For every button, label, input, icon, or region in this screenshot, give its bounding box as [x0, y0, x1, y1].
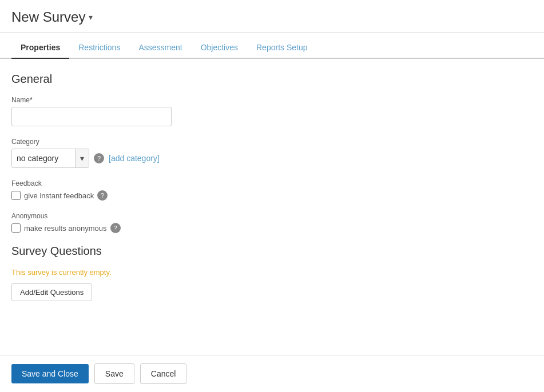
category-help-icon[interactable]: ? [94, 153, 104, 163]
anonymous-checkbox-row: make results anonymous ? [11, 223, 533, 233]
tab-assessment[interactable]: Assessment [129, 37, 191, 59]
category-row: no category ▾ ? [add category] [11, 149, 533, 168]
feedback-checkbox-row: give instant feedback ? [11, 190, 533, 201]
tab-reports-setup[interactable]: Reports Setup [247, 37, 317, 59]
tabs-bar: Properties Restrictions Assessment Objec… [0, 37, 544, 59]
add-edit-questions-button[interactable]: Add/Edit Questions [11, 283, 92, 301]
category-field-group: Category no category ▾ ? [add category] [11, 138, 533, 168]
survey-questions-section: Survey Questions This survey is currentl… [11, 245, 533, 301]
category-select[interactable]: no category [12, 150, 75, 166]
anonymous-label: Anonymous [11, 212, 533, 220]
tab-objectives[interactable]: Objectives [192, 37, 247, 59]
feedback-help-icon[interactable]: ? [97, 190, 108, 201]
name-label: Name* [11, 96, 533, 104]
add-category-link[interactable]: [add category] [109, 154, 160, 163]
category-dropdown-btn[interactable]: ▾ [75, 149, 89, 167]
survey-questions-heading: Survey Questions [11, 245, 533, 258]
dropdown-arrow-icon: ▾ [80, 154, 84, 163]
anonymous-field-group: Anonymous make results anonymous ? [11, 212, 533, 233]
name-required: * [30, 96, 33, 104]
empty-survey-message: This survey is currently empty. [11, 268, 533, 277]
main-content: General Name* Category no category ▾ [0, 59, 544, 315]
category-select-wrapper[interactable]: no category ▾ [11, 149, 89, 168]
name-input[interactable] [11, 107, 172, 126]
header-dropdown-icon[interactable]: ▾ [89, 13, 93, 22]
save-and-close-button[interactable]: Save and Close [11, 364, 89, 383]
page-title: New Survey [11, 9, 85, 25]
feedback-field-group: Feedback give instant feedback ? [11, 179, 533, 201]
tab-properties[interactable]: Properties [11, 37, 69, 59]
give-instant-feedback-label: give instant feedback [24, 191, 94, 200]
make-results-anonymous-label: make results anonymous [24, 224, 107, 233]
make-results-anonymous-checkbox[interactable] [11, 223, 21, 233]
feedback-label: Feedback [11, 179, 533, 187]
general-heading: General [11, 73, 533, 86]
anonymous-help-icon[interactable]: ? [110, 223, 121, 233]
page-header: New Survey ▾ [0, 0, 544, 33]
category-label: Category [11, 138, 533, 146]
name-field-group: Name* [11, 96, 533, 126]
footer-bar: Save and Close Save Cancel [0, 355, 544, 392]
tab-restrictions[interactable]: Restrictions [69, 37, 129, 59]
cancel-button[interactable]: Cancel [140, 363, 187, 384]
give-instant-feedback-checkbox[interactable] [11, 191, 21, 200]
save-button[interactable]: Save [94, 363, 134, 384]
